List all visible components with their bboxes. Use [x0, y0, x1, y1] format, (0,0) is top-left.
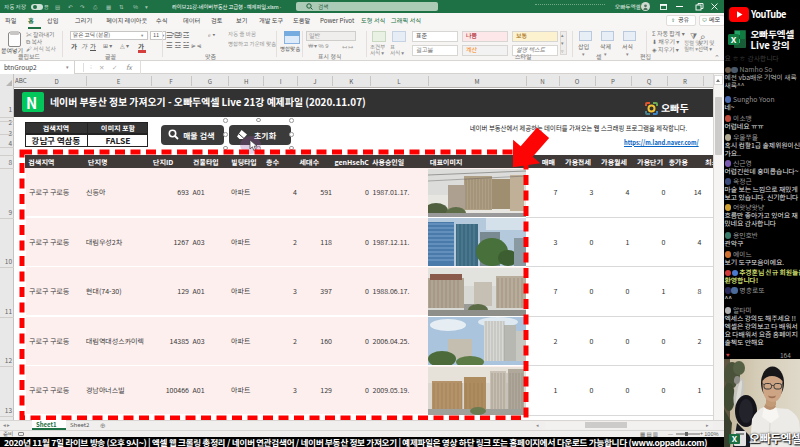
svg-text:X: X [732, 432, 738, 444]
svg-text:X: X [731, 33, 737, 46]
